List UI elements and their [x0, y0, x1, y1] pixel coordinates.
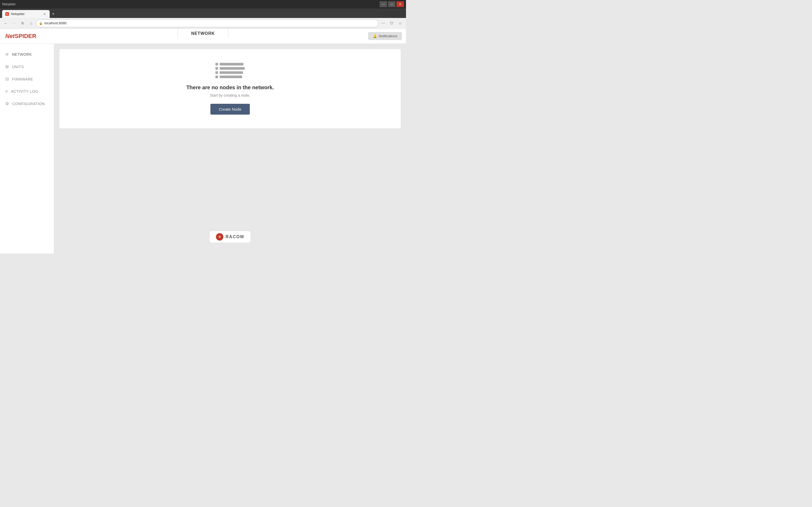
racom-icon: R	[216, 233, 223, 240]
reload-button[interactable]: ↻	[19, 19, 27, 27]
empty-square-4	[215, 75, 218, 78]
notifications-label: Notifications	[378, 34, 397, 38]
racom-logo: R RACOM	[209, 231, 251, 243]
empty-square-3	[215, 71, 218, 74]
close-button[interactable]: ✕	[397, 1, 404, 7]
empty-row-3	[215, 71, 245, 74]
address-bar[interactable]	[44, 21, 375, 25]
tab-label: Netspider	[11, 12, 24, 16]
tab-bar: N Netspider ✕ +	[0, 8, 406, 18]
app-header: NetSPIDER NETWORK 🔔 Notifications	[0, 29, 406, 44]
app-container: NetSPIDER NETWORK 🔔 Notifications ≋ NETW…	[0, 29, 406, 253]
address-bar-container: 🔒	[36, 19, 378, 27]
create-node-button[interactable]: Create Node	[210, 104, 250, 115]
empty-row-1	[215, 63, 245, 65]
forward-button[interactable]: →	[11, 19, 18, 27]
sidebar-label-units: UNITS	[12, 65, 24, 69]
empty-state-illustration	[215, 63, 245, 78]
empty-bar-1	[220, 63, 244, 65]
shield-button[interactable]: 🛡	[388, 19, 395, 27]
tab-close-button[interactable]: ✕	[42, 12, 47, 16]
sidebar-item-activity-log[interactable]: ≡ ACTIVITY LOG	[0, 85, 54, 98]
bookmark-button[interactable]: ☆	[397, 19, 404, 27]
nav-bar: ← → ↻ ⌂ 🔒 ⋯ 🛡 ☆	[0, 18, 406, 29]
network-tab[interactable]: NETWORK	[177, 28, 229, 39]
empty-bar-2	[220, 67, 245, 70]
sidebar-label-configuration: CONFIGURATION	[12, 102, 45, 106]
firmware-icon: ⊟	[5, 76, 9, 81]
content-panel: There are no nodes in the network. Start…	[59, 49, 401, 128]
app-logo: NetSPIDER	[0, 33, 42, 40]
empty-state-subtitle: Start by creating a node.	[210, 93, 250, 98]
tab-favicon: N	[5, 12, 9, 16]
racom-text: RACOM	[225, 234, 244, 239]
sidebar: ≋ NETWORK ⊞ UNITS ⊟ FIRMWARE ≡ ACTIVITY …	[0, 44, 54, 253]
back-button[interactable]: ←	[2, 19, 9, 27]
notifications-button[interactable]: 🔔 Notifications	[368, 32, 402, 40]
empty-row-4	[215, 75, 245, 78]
window-controls: — ▭ ✕	[379, 1, 404, 7]
units-icon: ⊞	[5, 64, 9, 69]
empty-row-2	[215, 67, 245, 70]
empty-square-2	[215, 67, 218, 70]
empty-bar-4	[220, 75, 242, 78]
sidebar-item-configuration[interactable]: ⚙ CONFIGURATION	[0, 98, 54, 110]
empty-state-title: There are no nodes in the network.	[186, 84, 274, 91]
sidebar-label-firmware: FIRMWARE	[12, 77, 33, 81]
app-nav-tab: NETWORK	[177, 28, 229, 39]
logo-net: Net	[5, 33, 14, 40]
more-options-button[interactable]: ⋯	[379, 19, 387, 27]
sidebar-label-activity-log: ACTIVITY LOG	[11, 89, 38, 94]
configuration-icon: ⚙	[5, 101, 9, 106]
new-tab-button[interactable]: +	[50, 10, 57, 18]
empty-square-1	[215, 63, 218, 65]
title-bar: Netspider — ▭ ✕	[0, 0, 406, 8]
main-layout: ≋ NETWORK ⊞ UNITS ⊟ FIRMWARE ≡ ACTIVITY …	[0, 44, 406, 253]
logo-spider: SPIDER	[14, 33, 36, 40]
maximize-button[interactable]: ▭	[388, 1, 395, 7]
sidebar-item-network[interactable]: ≋ NETWORK	[0, 48, 54, 60]
browser-title: Netspider	[2, 2, 377, 6]
activity-log-icon: ≡	[5, 89, 8, 94]
empty-bar-3	[220, 71, 243, 74]
network-icon: ≋	[5, 52, 9, 57]
footer-area: R RACOM	[59, 226, 401, 248]
sidebar-item-firmware[interactable]: ⊟ FIRMWARE	[0, 73, 54, 85]
browser-chrome: Netspider — ▭ ✕ N Netspider ✕ + ← → ↻ ⌂ …	[0, 0, 406, 29]
notifications-icon: 🔔	[373, 34, 377, 38]
home-button[interactable]: ⌂	[28, 19, 35, 27]
browser-tab[interactable]: N Netspider ✕	[2, 10, 50, 18]
nav-actions: ⋯ 🛡 ☆	[379, 19, 404, 27]
content-area: There are no nodes in the network. Start…	[54, 44, 406, 253]
security-icon: 🔒	[39, 21, 43, 25]
sidebar-item-units[interactable]: ⊞ UNITS	[0, 60, 54, 73]
sidebar-label-network: NETWORK	[12, 52, 32, 57]
minimize-button[interactable]: —	[379, 1, 387, 7]
